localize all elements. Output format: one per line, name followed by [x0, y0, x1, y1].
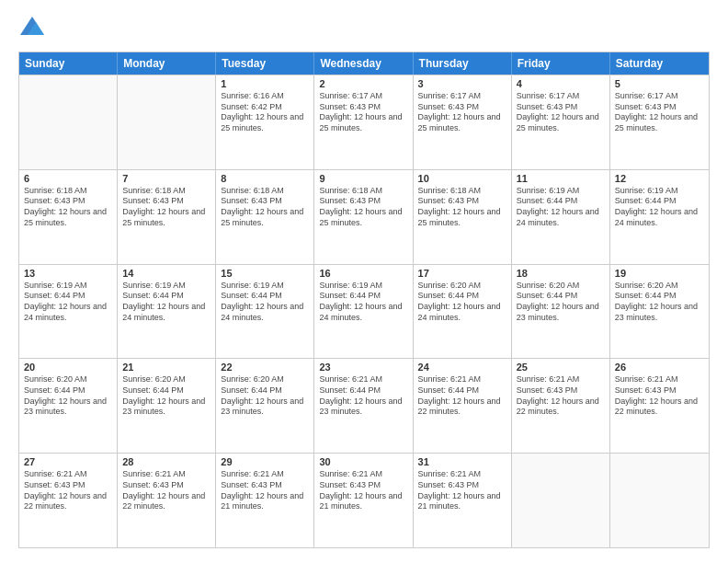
day-info: Sunrise: 6:21 AM Sunset: 6:44 PM Dayligh…	[319, 374, 407, 418]
day-info: Sunrise: 6:19 AM Sunset: 6:44 PM Dayligh…	[24, 281, 112, 324]
day-number: 4	[517, 78, 605, 89]
calendar-cell: 3Sunrise: 6:17 AM Sunset: 6:43 PM Daylig…	[414, 75, 512, 169]
day-info: Sunrise: 6:20 AM Sunset: 6:44 PM Dayligh…	[24, 374, 112, 418]
day-info: Sunrise: 6:20 AM Sunset: 6:44 PM Dayligh…	[122, 374, 210, 418]
day-info: Sunrise: 6:19 AM Sunset: 6:44 PM Dayligh…	[615, 186, 704, 229]
calendar-cell: 23Sunrise: 6:21 AM Sunset: 6:44 PM Dayli…	[314, 359, 413, 453]
calendar-cell	[512, 454, 610, 547]
calendar-cell: 11Sunrise: 6:19 AM Sunset: 6:44 PM Dayli…	[512, 170, 610, 264]
day-info: Sunrise: 6:17 AM Sunset: 6:43 PM Dayligh…	[319, 91, 407, 134]
calendar: SundayMondayTuesdayWednesdayThursdayFrid…	[18, 52, 710, 548]
day-number: 26	[615, 362, 704, 373]
day-info: Sunrise: 6:21 AM Sunset: 6:43 PM Dayligh…	[24, 469, 112, 512]
calendar-cell: 13Sunrise: 6:19 AM Sunset: 6:44 PM Dayli…	[19, 265, 118, 359]
day-number: 5	[615, 78, 704, 89]
calendar-cell: 9Sunrise: 6:18 AM Sunset: 6:43 PM Daylig…	[314, 170, 413, 264]
day-number: 27	[24, 456, 112, 467]
calendar-cell: 26Sunrise: 6:21 AM Sunset: 6:43 PM Dayli…	[610, 359, 709, 453]
day-number: 13	[24, 268, 112, 279]
day-number: 2	[319, 78, 407, 89]
day-number: 8	[221, 173, 309, 184]
logo-icon	[18, 15, 46, 42]
day-info: Sunrise: 6:18 AM Sunset: 6:43 PM Dayligh…	[221, 186, 309, 229]
calendar-cell: 27Sunrise: 6:21 AM Sunset: 6:43 PM Dayli…	[19, 454, 118, 547]
header-day-wednesday: Wednesday	[314, 52, 413, 75]
day-info: Sunrise: 6:21 AM Sunset: 6:43 PM Dayligh…	[418, 469, 506, 512]
day-info: Sunrise: 6:18 AM Sunset: 6:43 PM Dayligh…	[319, 186, 407, 229]
day-number: 1	[221, 78, 309, 89]
day-number: 25	[517, 362, 605, 373]
day-info: Sunrise: 6:21 AM Sunset: 6:43 PM Dayligh…	[517, 374, 605, 418]
day-number: 24	[418, 362, 506, 373]
day-number: 30	[319, 456, 407, 467]
day-info: Sunrise: 6:17 AM Sunset: 6:43 PM Dayligh…	[517, 91, 605, 134]
calendar-cell: 15Sunrise: 6:19 AM Sunset: 6:44 PM Dayli…	[216, 265, 314, 359]
day-info: Sunrise: 6:20 AM Sunset: 6:44 PM Dayligh…	[418, 281, 506, 324]
header-day-saturday: Saturday	[610, 52, 709, 75]
day-number: 29	[221, 456, 309, 467]
day-number: 28	[122, 456, 210, 467]
day-number: 31	[418, 456, 506, 467]
day-info: Sunrise: 6:18 AM Sunset: 6:43 PM Dayligh…	[24, 186, 112, 229]
calendar-cell: 4Sunrise: 6:17 AM Sunset: 6:43 PM Daylig…	[512, 75, 610, 169]
day-info: Sunrise: 6:17 AM Sunset: 6:43 PM Dayligh…	[615, 91, 704, 134]
day-info: Sunrise: 6:21 AM Sunset: 6:43 PM Dayligh…	[615, 374, 704, 418]
calendar-row-2: 6Sunrise: 6:18 AM Sunset: 6:43 PM Daylig…	[19, 169, 709, 264]
calendar-cell: 18Sunrise: 6:20 AM Sunset: 6:44 PM Dayli…	[512, 265, 610, 359]
calendar-cell: 31Sunrise: 6:21 AM Sunset: 6:43 PM Dayli…	[414, 454, 512, 547]
calendar-cell: 19Sunrise: 6:20 AM Sunset: 6:44 PM Dayli…	[610, 265, 709, 359]
day-info: Sunrise: 6:21 AM Sunset: 6:44 PM Dayligh…	[418, 374, 506, 418]
calendar-cell: 29Sunrise: 6:21 AM Sunset: 6:43 PM Dayli…	[216, 454, 314, 547]
day-info: Sunrise: 6:21 AM Sunset: 6:43 PM Dayligh…	[221, 469, 309, 512]
calendar-cell: 5Sunrise: 6:17 AM Sunset: 6:43 PM Daylig…	[610, 75, 709, 169]
day-info: Sunrise: 6:20 AM Sunset: 6:44 PM Dayligh…	[517, 281, 605, 324]
calendar-header: SundayMondayTuesdayWednesdayThursdayFrid…	[19, 52, 709, 75]
day-number: 7	[122, 173, 210, 184]
day-info: Sunrise: 6:19 AM Sunset: 6:44 PM Dayligh…	[517, 186, 605, 229]
header	[18, 15, 710, 42]
page: SundayMondayTuesdayWednesdayThursdayFrid…	[0, 0, 728, 563]
calendar-cell: 30Sunrise: 6:21 AM Sunset: 6:43 PM Dayli…	[314, 454, 413, 547]
day-number: 17	[418, 268, 506, 279]
calendar-cell	[19, 75, 118, 169]
calendar-cell: 24Sunrise: 6:21 AM Sunset: 6:44 PM Dayli…	[414, 359, 512, 453]
calendar-row-3: 13Sunrise: 6:19 AM Sunset: 6:44 PM Dayli…	[19, 264, 709, 359]
calendar-cell: 22Sunrise: 6:20 AM Sunset: 6:44 PM Dayli…	[216, 359, 314, 453]
calendar-cell: 7Sunrise: 6:18 AM Sunset: 6:43 PM Daylig…	[118, 170, 216, 264]
calendar-cell: 6Sunrise: 6:18 AM Sunset: 6:43 PM Daylig…	[19, 170, 118, 264]
calendar-cell: 17Sunrise: 6:20 AM Sunset: 6:44 PM Dayli…	[414, 265, 512, 359]
day-number: 23	[319, 362, 407, 373]
day-info: Sunrise: 6:20 AM Sunset: 6:44 PM Dayligh…	[615, 281, 704, 324]
calendar-cell: 1Sunrise: 6:16 AM Sunset: 6:42 PM Daylig…	[216, 75, 314, 169]
calendar-row-4: 20Sunrise: 6:20 AM Sunset: 6:44 PM Dayli…	[19, 358, 709, 453]
day-info: Sunrise: 6:19 AM Sunset: 6:44 PM Dayligh…	[221, 281, 309, 324]
calendar-body: 1Sunrise: 6:16 AM Sunset: 6:42 PM Daylig…	[19, 75, 709, 547]
calendar-cell: 28Sunrise: 6:21 AM Sunset: 6:43 PM Dayli…	[118, 454, 216, 547]
calendar-cell: 8Sunrise: 6:18 AM Sunset: 6:43 PM Daylig…	[216, 170, 314, 264]
header-day-sunday: Sunday	[19, 52, 118, 75]
calendar-cell: 25Sunrise: 6:21 AM Sunset: 6:43 PM Dayli…	[512, 359, 610, 453]
day-number: 10	[418, 173, 506, 184]
day-number: 9	[319, 173, 407, 184]
day-number: 18	[517, 268, 605, 279]
calendar-cell: 14Sunrise: 6:19 AM Sunset: 6:44 PM Dayli…	[118, 265, 216, 359]
day-info: Sunrise: 6:19 AM Sunset: 6:44 PM Dayligh…	[319, 281, 407, 324]
day-number: 16	[319, 268, 407, 279]
calendar-cell	[610, 454, 709, 547]
calendar-cell: 2Sunrise: 6:17 AM Sunset: 6:43 PM Daylig…	[314, 75, 413, 169]
calendar-cell: 20Sunrise: 6:20 AM Sunset: 6:44 PM Dayli…	[19, 359, 118, 453]
day-info: Sunrise: 6:17 AM Sunset: 6:43 PM Dayligh…	[418, 91, 506, 134]
day-number: 22	[221, 362, 309, 373]
calendar-row-5: 27Sunrise: 6:21 AM Sunset: 6:43 PM Dayli…	[19, 453, 709, 547]
calendar-cell: 10Sunrise: 6:18 AM Sunset: 6:43 PM Dayli…	[414, 170, 512, 264]
header-day-friday: Friday	[512, 52, 610, 75]
header-day-monday: Monday	[118, 52, 216, 75]
calendar-cell: 12Sunrise: 6:19 AM Sunset: 6:44 PM Dayli…	[610, 170, 709, 264]
calendar-cell: 16Sunrise: 6:19 AM Sunset: 6:44 PM Dayli…	[314, 265, 413, 359]
day-info: Sunrise: 6:18 AM Sunset: 6:43 PM Dayligh…	[122, 186, 210, 229]
logo	[18, 15, 50, 42]
day-number: 6	[24, 173, 112, 184]
day-number: 20	[24, 362, 112, 373]
day-info: Sunrise: 6:21 AM Sunset: 6:43 PM Dayligh…	[122, 469, 210, 512]
header-day-tuesday: Tuesday	[216, 52, 314, 75]
